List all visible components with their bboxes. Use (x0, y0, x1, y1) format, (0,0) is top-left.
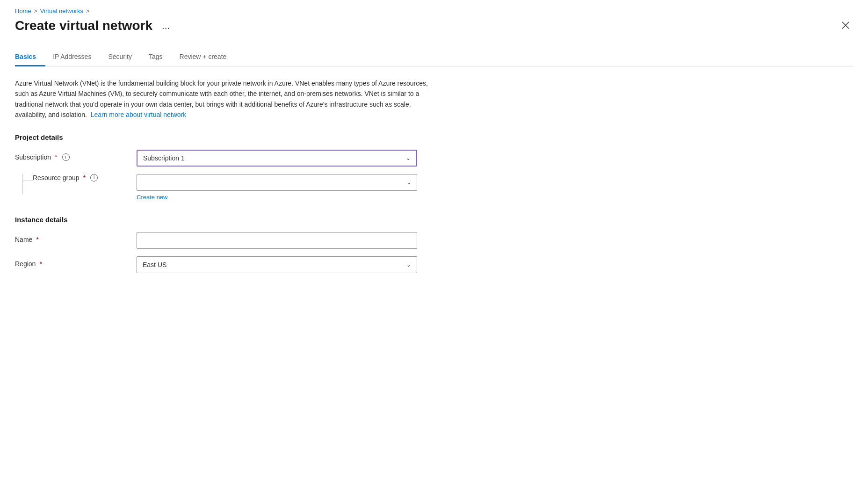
name-row: Name * (15, 232, 436, 249)
name-label: Name (15, 236, 32, 243)
name-label-col: Name * (15, 232, 137, 243)
resource-group-left: Resource group * i (15, 174, 137, 201)
region-dropdown[interactable]: East US ⌄ (137, 256, 417, 273)
region-row: Region * East US ⌄ (15, 256, 436, 273)
learn-more-link[interactable]: Learn more about virtual network (91, 111, 187, 118)
subscription-row: Subscription * i Subscription 1 ⌄ (15, 150, 436, 167)
region-dropdown-arrow: ⌄ (406, 261, 411, 268)
breadcrumb-virtual-networks[interactable]: Virtual networks (40, 7, 83, 15)
tab-tags[interactable]: Tags (149, 48, 172, 66)
subscription-dropdown-arrow: ⌄ (406, 155, 411, 161)
project-details-header: Project details (15, 133, 853, 141)
project-details-section: Project details Subscription * i Subscri… (15, 133, 853, 201)
subscription-label-col: Subscription * i (15, 150, 137, 161)
connector-horizontal-line (22, 181, 33, 181)
page-header: Create virtual network ... (15, 18, 853, 33)
name-input[interactable] (137, 232, 417, 249)
create-new-link[interactable]: Create new (137, 194, 167, 201)
tab-ip-addresses[interactable]: IP Addresses (53, 48, 101, 66)
name-required: * (36, 236, 38, 243)
instance-details-header: Instance details (15, 216, 853, 224)
tabs-container: Basics IP Addresses Security Tags Review… (15, 48, 853, 67)
resource-group-control: ⌄ Create new (137, 174, 417, 201)
instance-details-section: Instance details Name * Region * East US… (15, 216, 853, 273)
tab-basics[interactable]: Basics (15, 48, 45, 66)
subscription-label: Subscription (15, 153, 51, 161)
close-button[interactable] (838, 19, 853, 32)
subscription-info-icon[interactable]: i (62, 153, 70, 161)
subscription-value: Subscription 1 (143, 154, 185, 162)
subscription-dropdown[interactable]: Subscription 1 ⌄ (137, 150, 417, 167)
region-label: Region (15, 260, 36, 268)
resource-group-info-icon[interactable]: i (90, 174, 98, 181)
subscription-control-col: Subscription 1 ⌄ (137, 150, 417, 167)
resource-group-dropdown-arrow: ⌄ (406, 179, 411, 186)
description-text: Azure Virtual Network (VNet) is the fund… (15, 78, 436, 120)
region-value: East US (143, 261, 166, 269)
breadcrumb-home[interactable]: Home (15, 7, 31, 15)
breadcrumb-sep-2: > (86, 8, 89, 15)
name-control-col (137, 232, 417, 249)
resource-group-wrapper: Resource group * i ⌄ Create new (15, 174, 436, 201)
breadcrumb: Home > Virtual networks > (15, 7, 853, 15)
subscription-required: * (55, 153, 57, 161)
tab-review-create[interactable]: Review + create (180, 48, 236, 66)
resource-group-dropdown[interactable]: ⌄ (137, 174, 417, 191)
tab-security[interactable]: Security (108, 48, 141, 66)
ellipsis-button[interactable]: ... (158, 19, 174, 33)
region-control-col: East US ⌄ (137, 256, 417, 273)
resource-group-label-indent: Resource group * i (33, 174, 98, 181)
page-container: Home > Virtual networks > Create virtual… (0, 0, 868, 479)
region-required: * (39, 260, 42, 268)
page-header-left: Create virtual network ... (15, 18, 174, 33)
connector-vertical-line (22, 174, 23, 194)
close-icon (842, 22, 849, 29)
resource-group-required: * (83, 174, 86, 181)
region-label-col: Region * (15, 256, 137, 268)
page-title: Create virtual network (15, 18, 152, 33)
resource-group-label: Resource group (33, 174, 80, 181)
breadcrumb-sep-1: > (34, 8, 37, 15)
